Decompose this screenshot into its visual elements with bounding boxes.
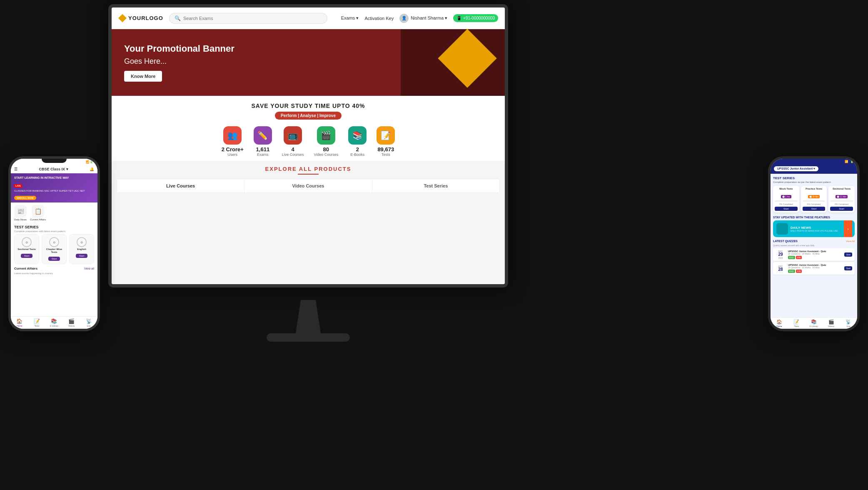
sectional-tests-card[interactable]: ○ Sectional Tests Start <box>14 234 39 264</box>
exams-nav[interactable]: Exams ▾ <box>341 15 359 21</box>
current-affairs-subtitle: Latest events happening in country <box>11 272 97 276</box>
quiz-start-btn-1[interactable]: Start <box>844 252 852 257</box>
video-courses-icon: 🎬 <box>321 130 331 140</box>
right-nav-live[interactable]: 📡 Live <box>840 319 857 328</box>
left-phone-frame: 📶🔋 ☰ CBSE Class IX ▾ 🔔 START LEARNING IN… <box>8 156 100 331</box>
class-selector[interactable]: CBSE Class IX ▾ <box>39 167 68 171</box>
elibrary-label: E-Library <box>50 325 58 327</box>
tab-live-courses[interactable]: Live Courses <box>117 179 244 192</box>
live-courses-icon-box: 📺 <box>284 126 302 145</box>
tests-icon: 📝 <box>381 130 391 140</box>
mock-tests-badge: 🕐 1 hrs <box>781 195 791 198</box>
nav-tests[interactable]: 📝 Tests <box>28 318 46 327</box>
mock-tests-card[interactable]: Mock Tests 🕐 1 hrs 0% Completed Start <box>773 186 799 212</box>
tab-video-courses[interactable]: Video Courses <box>244 179 372 192</box>
mock-tests-progress-bar <box>775 200 798 202</box>
features-title: STAY UPDATED WITH THESE FEATURES <box>773 216 855 219</box>
notification-icon[interactable]: 🔔 <box>90 167 94 171</box>
view-all-btn[interactable]: View all <box>84 267 94 270</box>
phone-btn[interactable]: 📱 +91-0000000000 <box>453 14 498 22</box>
right-nav-home[interactable]: 🏠 Home <box>771 319 788 328</box>
current-affairs-icon-item[interactable]: 📋 Current Affairs <box>30 205 46 221</box>
test-series-subtitle: Complete preparation with latest exam pa… <box>11 230 97 234</box>
quiz-item-1[interactable]: May 29 2024 UPSSSC Junior Assistant - Qu… <box>773 248 855 261</box>
daily-news-card[interactable]: DAILY NEWS DAILY POSTS OF NEWS FOR UTO P… <box>773 220 855 237</box>
hamburger-icon[interactable]: ☰ <box>14 167 17 171</box>
sectional-tests-right-start-btn[interactable]: Start <box>830 207 853 211</box>
nav-home[interactable]: 🏠 Home <box>11 318 28 327</box>
know-more-button[interactable]: Know More <box>124 71 162 82</box>
chapter-wise-card[interactable]: ○ Chapter Wise Tests Start <box>42 234 67 264</box>
quiz-info-1: UPSSSC Junior Assistant - Quiz 20 Questi… <box>788 250 842 259</box>
chapter-icon: ○ <box>49 237 59 247</box>
right-tests-label: Tests <box>794 325 799 328</box>
right-nav-elibrary[interactable]: 📚 E-Library <box>805 319 823 328</box>
quiz-year-1: 2024 <box>776 257 786 259</box>
current-affairs-icon: 📋 <box>32 205 44 218</box>
sectional-start-btn[interactable]: Start <box>21 254 33 258</box>
tests-label: Tests <box>382 152 390 157</box>
status-icons: 📶🔋 <box>86 160 93 164</box>
right-content: TEST SERIES Complete preparation as per … <box>771 174 857 318</box>
mock-tests-completed: 0% Completed <box>775 203 798 205</box>
product-tabs: Live Courses Video Courses Test Series <box>117 179 500 193</box>
banner-headline: Your Promotional Banner <box>124 43 234 54</box>
quiz-badge-hin-1: HIN <box>796 256 802 259</box>
right-nav-videos[interactable]: 🎬 Videos <box>823 319 840 328</box>
activation-key[interactable]: Activation Key <box>364 16 394 21</box>
sectional-tests-right-card[interactable]: Sectional Tests 🕐 21 Min 0% Completed St… <box>828 186 855 212</box>
practice-tests-card[interactable]: Practice Tests 🕐 34 Min 0% Completed Sta… <box>801 186 827 212</box>
right-home-label: Home <box>776 325 782 328</box>
user-info[interactable]: 👤 Nishant Sharma ▾ <box>399 14 447 23</box>
tab-test-series[interactable]: Test Series <box>372 179 499 192</box>
enroll-button[interactable]: ENROLL NOW <box>14 196 36 200</box>
left-phone: 📶🔋 ☰ CBSE Class IX ▾ 🔔 START LEARNING IN… <box>8 156 100 331</box>
mock-tests-start-btn[interactable]: Start <box>775 207 798 211</box>
videos-nav-icon: 🎬 <box>68 318 75 324</box>
right-elibrary-icon: 📚 <box>811 319 817 325</box>
english-start-btn[interactable]: Start <box>76 254 88 258</box>
right-header: UPSSSC Junior Assistant ▾ <box>771 165 857 174</box>
daily-news-info: DAILY NEWS DAILY POSTS OF NEWS FOR UTO P… <box>791 226 838 232</box>
site-header: YOURLOGO 🔍 Exams ▾ Activation Key 👤 Nish… <box>112 8 505 29</box>
exam-selector[interactable]: UPSSSC Junior Assistant ▾ <box>774 166 818 171</box>
quiz-start-btn-2[interactable]: Start <box>844 266 852 270</box>
quiz-item-2[interactable]: May 28 UPSSSC Junior Assistant - Quiz 20… <box>773 262 855 275</box>
daily-news-title: DAILY NEWS <box>791 226 838 230</box>
tests-icon-box: 📝 <box>377 126 395 145</box>
header-right: Exams ▾ Activation Key 👤 Nishant Sharma … <box>341 14 498 23</box>
daily-news-icon-item[interactable]: 📰 Daily News <box>14 205 27 221</box>
tests-nav-label: Tests <box>35 325 40 327</box>
videos-nav-label: Videos <box>68 325 75 327</box>
nav-live[interactable]: 📡 Live <box>80 318 97 327</box>
nav-elibrary[interactable]: 📚 E-Library <box>45 318 63 327</box>
practice-tests-title: Practice Tests <box>803 188 826 190</box>
phone-number: +91-0000000000 <box>463 16 495 20</box>
chapter-start-btn[interactable]: Start <box>48 257 60 261</box>
video-courses-label: Video Courses <box>314 152 338 157</box>
right-videos-icon: 🎬 <box>828 319 834 325</box>
exams-label: Exams <box>257 152 269 157</box>
latest-quizzes: LATEST QUIZZES View All Quickly assess y… <box>773 240 855 275</box>
practice-tests-start-btn[interactable]: Start <box>803 207 826 211</box>
quizzes-view-all[interactable]: View All <box>846 240 855 242</box>
search-bar[interactable]: 🔍 <box>169 13 327 24</box>
search-input[interactable] <box>183 16 322 21</box>
english-title: English <box>71 248 92 251</box>
english-card[interactable]: ○ English Start <box>69 234 94 264</box>
class-selector-text: CBSE Class IX ▾ <box>39 167 68 171</box>
right-nav-tests[interactable]: 📝 Tests <box>788 319 806 328</box>
quiz-meta-2: 20 Questions · 20 Marks · 30 Mins <box>788 266 842 269</box>
right-live-label: Live <box>847 325 851 328</box>
test-cards-row: ○ Sectional Tests Start ○ Chapter Wise T… <box>11 234 97 264</box>
daily-news-subtitle: DAILY POSTS OF NEWS FOR UTO PLEASE USD <box>791 230 838 232</box>
search-icon: 🔍 <box>175 15 181 21</box>
quizzes-header: LATEST QUIZZES View All <box>773 240 855 242</box>
daily-news-thumbnail <box>776 223 788 235</box>
ebooks-number: 2 <box>356 146 359 152</box>
nav-videos[interactable]: 🎬 Videos <box>63 318 80 327</box>
elibrary-icon: 📚 <box>51 318 57 324</box>
exams-icon-box: ✏️ <box>254 126 272 145</box>
right-tests-icon: 📝 <box>793 319 799 325</box>
right-battery-icon: 🔋 <box>850 160 854 163</box>
